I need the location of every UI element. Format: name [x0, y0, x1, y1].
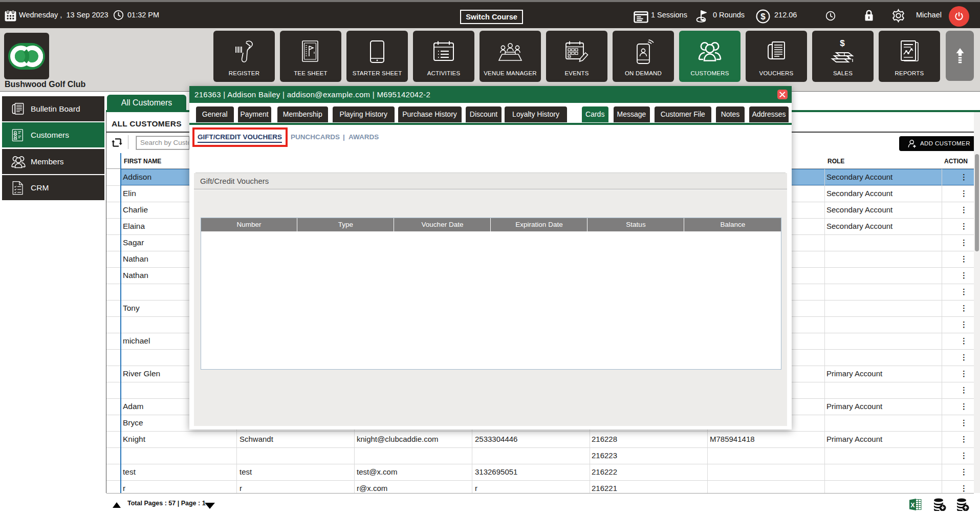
svg-text:$: $	[840, 39, 845, 48]
svg-text:X: X	[910, 502, 915, 509]
svg-text:$: $	[760, 12, 766, 22]
